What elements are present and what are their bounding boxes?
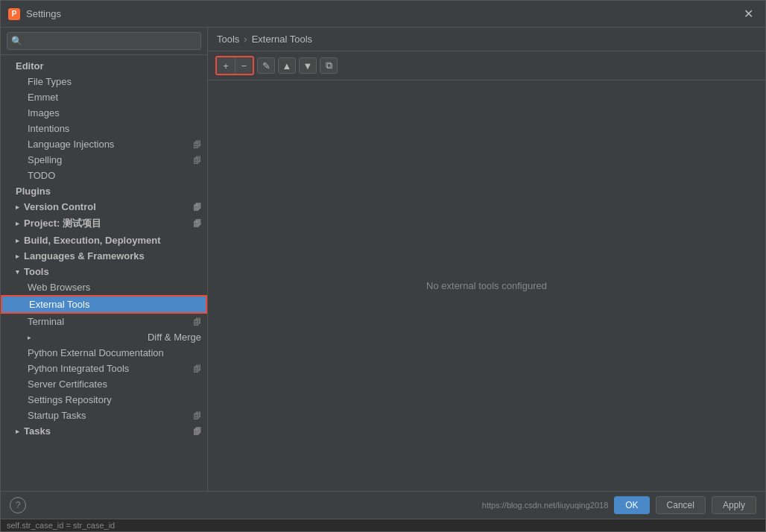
chevron-right-icon [28,334,31,341]
remove-button[interactable]: − [235,57,253,74]
copy-button[interactable]: ⧉ [320,57,338,74]
chevron-right-icon [16,253,19,260]
sidebar-item-language-injections[interactable]: Language Injections 🗐 [1,136,207,152]
sidebar-section-editor[interactable]: Editor [1,58,207,74]
sidebar-tree: Editor File Types Emmet Images Intention… [1,55,207,491]
search-box: 🔍 [1,28,207,55]
chevron-right-icon [16,237,19,244]
chevron-right-icon [16,220,19,227]
sidebar-item-todo[interactable]: TODO [1,168,207,183]
tools-label: Tools [24,266,49,277]
sidebar-item-tasks[interactable]: Tasks 🗐 [1,423,207,439]
copy-icon: 🗐 [193,140,201,149]
apply-button[interactable]: Apply [712,496,756,514]
cancel-button[interactable]: Cancel [656,496,706,514]
url-text: https://blog.csdn.net/liuyuqing2018 [482,501,608,510]
chevron-down-icon [16,268,19,276]
copy-icon: 🗐 [193,156,201,165]
sidebar-item-python-integrated-tools[interactable]: Python Integrated Tools 🗐 [1,361,207,376]
sidebar: 🔍 Editor File Types Emmet Images [1,28,208,491]
bottom-left: ? [10,497,26,513]
status-text: self.str_case_id = str_case_id [7,521,115,530]
sidebar-section-tools[interactable]: Tools [1,264,207,279]
copy-icon: 🗐 [193,219,201,228]
sidebar-item-settings-repository[interactable]: Settings Repository [1,392,207,408]
sidebar-item-file-types[interactable]: File Types [1,74,207,89]
close-button[interactable]: ✕ [739,5,758,22]
move-up-button[interactable]: ▲ [278,57,296,74]
sidebar-item-emmet[interactable]: Emmet [1,89,207,105]
bottom-bar: ? https://blog.csdn.net/liuyuqing2018 OK… [1,491,765,519]
sidebar-item-spelling[interactable]: Spelling 🗐 [1,152,207,168]
project-label: Project: 测试项目 [24,217,101,230]
sidebar-item-images[interactable]: Images [1,105,207,121]
bottom-right: https://blog.csdn.net/liuyuqing2018 OK C… [482,496,756,514]
sidebar-section-plugins[interactable]: Plugins [1,183,207,199]
breadcrumb-separator: › [244,34,247,45]
sidebar-item-startup-tasks[interactable]: Startup Tasks 🗐 [1,408,207,423]
copy-icon: 🗐 [193,427,201,436]
languages-label: Languages & Frameworks [24,250,145,262]
main-content: 🔍 Editor File Types Emmet Images [1,28,765,491]
right-panel: Tools › External Tools + − ✎ ▲ ▼ ⧉ No ex… [208,28,765,491]
sidebar-item-intentions[interactable]: Intentions [1,121,207,136]
status-bar: self.str_case_id = str_case_id [1,519,765,531]
window-title: Settings [26,8,61,19]
title-bar-left: P Settings [8,8,61,20]
breadcrumb-root: Tools [217,34,239,45]
plugins-label: Plugins [16,186,51,197]
copy-icon: 🗐 [193,411,201,420]
sidebar-section-project[interactable]: Project: 测试项目 🗐 [1,215,207,232]
sidebar-section-build[interactable]: Build, Execution, Deployment [1,232,207,248]
settings-window: P Settings ✕ 🔍 Editor File Types [0,0,766,532]
edit-button[interactable]: ✎ [257,57,275,74]
title-bar: P Settings ✕ [1,1,765,28]
sidebar-item-web-browsers[interactable]: Web Browsers [1,279,207,295]
breadcrumb: Tools › External Tools [208,28,765,51]
toolbar: + − ✎ ▲ ▼ ⧉ [208,51,765,80]
add-button[interactable]: + [217,57,235,74]
copy-icon: 🗐 [193,203,201,212]
sidebar-item-diff-merge[interactable]: Diff & Merge [1,329,207,345]
version-control-label: Version Control [24,201,96,212]
sidebar-section-languages[interactable]: Languages & Frameworks [1,248,207,264]
search-input[interactable] [7,32,201,50]
chevron-right-icon [16,428,19,435]
sidebar-section-version-control[interactable]: Version Control 🗐 [1,199,207,215]
copy-icon: 🗐 [193,364,201,373]
ok-button[interactable]: OK [614,496,649,514]
sidebar-item-terminal[interactable]: Terminal 🗐 [1,314,207,329]
search-icon: 🔍 [11,36,22,46]
empty-message: No external tools configured [426,280,547,291]
move-down-button[interactable]: ▼ [299,57,317,74]
build-label: Build, Execution, Deployment [24,235,160,246]
sidebar-item-python-external-doc[interactable]: Python External Documentation [1,345,207,361]
breadcrumb-current: External Tools [252,34,312,45]
search-wrapper: 🔍 [7,32,201,50]
empty-state: No external tools configured [208,80,765,491]
chevron-right-icon [16,203,19,211]
sidebar-item-server-certificates[interactable]: Server Certificates [1,376,207,392]
app-logo: P [8,8,20,20]
editor-section-label: Editor [16,60,44,72]
copy-icon: 🗐 [193,317,201,326]
help-button[interactable]: ? [10,497,26,513]
sidebar-item-external-tools[interactable]: External Tools [1,295,207,314]
add-remove-group: + − [215,56,254,75]
